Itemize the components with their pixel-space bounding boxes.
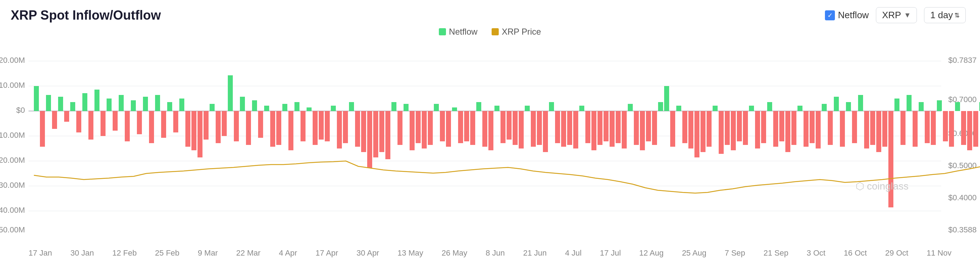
- svg-rect-89: [440, 111, 445, 141]
- svg-rect-53: [222, 111, 227, 136]
- svg-rect-159: [864, 111, 869, 149]
- svg-rect-66: [301, 111, 305, 141]
- svg-rect-67: [307, 107, 312, 111]
- svg-rect-124: [652, 111, 657, 145]
- svg-rect-28: [70, 102, 75, 111]
- x-label-8jun: 8 Jun: [485, 248, 505, 258]
- x-label-7sep: 7 Sep: [725, 248, 745, 258]
- svg-rect-164: [894, 99, 899, 111]
- svg-rect-147: [791, 111, 796, 145]
- svg-rect-46: [179, 99, 184, 111]
- svg-rect-84: [410, 111, 415, 150]
- x-label-25aug: 25 Aug: [682, 248, 706, 258]
- netflow-checkbox[interactable]: ✓ Netflow: [825, 10, 869, 21]
- x-label-22mar: 22 Mar: [236, 248, 260, 258]
- timeframe-label: 1 day: [930, 10, 953, 21]
- svg-rect-122: [640, 111, 645, 150]
- chart-area: $20.00M $10.00M $0 $-10.00M $-20.00M $-3…: [0, 40, 980, 247]
- x-label-4apr: 4 Apr: [279, 248, 297, 258]
- svg-rect-142: [761, 111, 766, 143]
- svg-text:$-30.00M: $-30.00M: [0, 181, 25, 189]
- svg-rect-137: [731, 111, 736, 150]
- svg-rect-120: [628, 104, 633, 111]
- x-label-25feb: 25 Feb: [155, 248, 180, 258]
- svg-text:$-20.00M: $-20.00M: [0, 155, 25, 165]
- svg-rect-161: [876, 111, 881, 152]
- svg-rect-152: [822, 104, 827, 111]
- svg-rect-166: [907, 95, 912, 111]
- checkbox-icon[interactable]: ✓: [825, 10, 835, 20]
- svg-rect-79: [379, 111, 384, 152]
- header-row: XRP Spot Inflow/Outflow ✓ Netflow XRP ▼ …: [0, 7, 980, 23]
- svg-rect-74: [349, 102, 354, 111]
- svg-rect-116: [603, 111, 609, 141]
- svg-rect-77: [367, 111, 372, 168]
- svg-rect-39: [137, 111, 142, 134]
- netflow-color-indicator: [439, 28, 446, 35]
- svg-rect-55: [234, 111, 239, 141]
- svg-rect-91: [452, 107, 457, 111]
- svg-rect-162: [882, 111, 887, 147]
- svg-rect-145: [779, 111, 784, 141]
- svg-rect-65: [294, 102, 299, 111]
- timeframe-button[interactable]: 1 day ⇅: [924, 7, 966, 23]
- svg-rect-51: [210, 104, 215, 111]
- svg-rect-58: [252, 100, 257, 111]
- header-controls: ✓ Netflow XRP ▼ 1 day ⇅: [825, 7, 966, 23]
- svg-rect-112: [579, 106, 584, 111]
- x-label-21sep: 21 Sep: [764, 248, 789, 258]
- svg-rect-23: [40, 111, 45, 147]
- svg-rect-109: [561, 111, 566, 147]
- svg-rect-60: [264, 106, 269, 111]
- svg-text:$20.00M: $20.00M: [0, 56, 25, 65]
- svg-rect-75: [355, 111, 360, 147]
- svg-rect-57: [246, 111, 251, 145]
- svg-text:$0: $0: [16, 106, 25, 115]
- svg-rect-44: [167, 102, 172, 111]
- svg-rect-104: [531, 111, 536, 147]
- svg-rect-98: [495, 106, 500, 111]
- legend-price-label: XRP Price: [501, 27, 541, 37]
- svg-rect-148: [797, 106, 802, 111]
- x-label-12feb: 12 Feb: [112, 248, 137, 258]
- svg-rect-170: [931, 111, 936, 145]
- svg-rect-126: [664, 86, 669, 111]
- legend-row: Netflow XRP Price: [0, 27, 980, 37]
- svg-rect-76: [361, 111, 366, 152]
- svg-rect-52: [216, 111, 221, 143]
- svg-rect-165: [900, 111, 905, 145]
- svg-rect-87: [428, 111, 433, 145]
- x-label-12aug: 12 Aug: [639, 248, 664, 258]
- svg-rect-107: [549, 102, 554, 111]
- svg-rect-111: [573, 111, 578, 149]
- chart-title: XRP Spot Inflow/Outflow: [11, 8, 161, 23]
- svg-rect-174: [955, 102, 960, 111]
- svg-rect-62: [276, 111, 281, 145]
- svg-rect-151: [816, 111, 821, 149]
- svg-rect-150: [810, 111, 815, 143]
- svg-rect-63: [282, 104, 287, 111]
- svg-rect-110: [567, 111, 572, 145]
- sort-icon: ⇅: [955, 11, 960, 19]
- svg-rect-24: [46, 95, 51, 111]
- svg-rect-130: [688, 111, 694, 149]
- svg-rect-41: [149, 111, 154, 143]
- svg-rect-158: [858, 95, 863, 111]
- svg-rect-102: [519, 111, 524, 149]
- svg-rect-48: [191, 111, 196, 150]
- chart-container: XRP Spot Inflow/Outflow ✓ Netflow XRP ▼ …: [0, 0, 980, 277]
- svg-rect-35: [113, 111, 118, 131]
- svg-rect-22: [34, 86, 39, 111]
- svg-rect-169: [925, 111, 930, 143]
- currency-dropdown[interactable]: XRP ▼: [876, 7, 917, 23]
- svg-rect-171: [937, 100, 942, 111]
- svg-rect-132: [700, 111, 705, 152]
- svg-rect-99: [501, 111, 506, 143]
- svg-rect-47: [185, 111, 190, 147]
- svg-rect-26: [58, 97, 63, 111]
- svg-rect-123: [646, 111, 651, 141]
- x-label-11nov: 11 Nov: [926, 248, 951, 258]
- svg-text:$10.00M: $10.00M: [0, 81, 25, 90]
- svg-rect-157: [852, 111, 857, 143]
- svg-rect-115: [598, 111, 603, 145]
